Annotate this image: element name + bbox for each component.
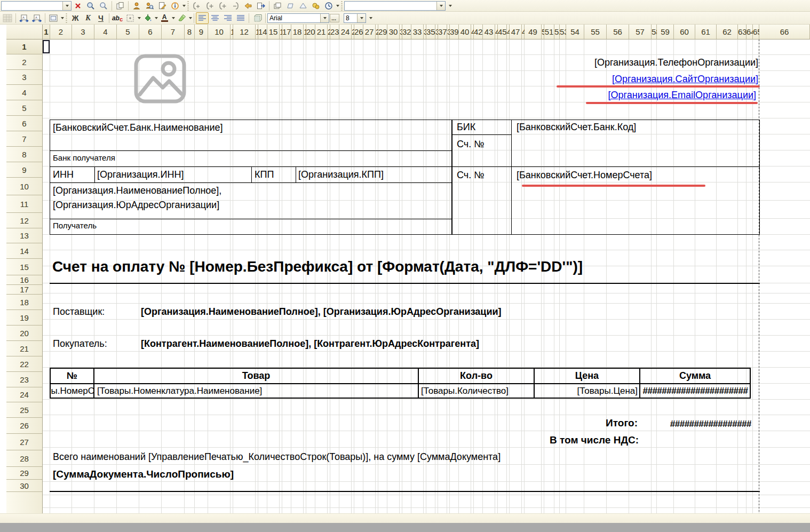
column-header-10[interactable]: 10 bbox=[208, 25, 231, 39]
column-header-47[interactable]: 47 bbox=[510, 25, 522, 39]
font-family-combobox[interactable]: Arial bbox=[267, 13, 329, 23]
send-document-button[interactable] bbox=[255, 0, 267, 12]
column-header-63[interactable]: 63 bbox=[738, 25, 747, 39]
row-header-24[interactable]: 24 bbox=[6, 387, 42, 402]
align-left-button[interactable] bbox=[196, 12, 209, 24]
horizontal-scrollbar[interactable] bbox=[0, 523, 810, 532]
column-header-14[interactable]: 14 bbox=[258, 25, 267, 39]
underline-button[interactable]: Ч bbox=[94, 12, 107, 24]
shape-button-1[interactable] bbox=[284, 0, 297, 12]
align-justify-button[interactable] bbox=[234, 12, 247, 24]
text-case-button[interactable]: ab c bbox=[111, 12, 124, 24]
font-size-dropdown[interactable] bbox=[357, 14, 366, 22]
align-center-button[interactable] bbox=[209, 12, 221, 24]
row-header-21[interactable]: 21 bbox=[6, 341, 42, 356]
forward-button[interactable] bbox=[242, 0, 255, 12]
row-header-20[interactable]: 20 bbox=[6, 325, 42, 341]
column-header-62[interactable]: 62 bbox=[717, 25, 738, 39]
column-header-9[interactable]: 9 bbox=[195, 25, 208, 39]
column-header-58[interactable]: 58 bbox=[652, 25, 657, 39]
user-button[interactable] bbox=[130, 0, 143, 12]
column-header-43[interactable]: 43 bbox=[483, 25, 495, 39]
font-color-button[interactable]: A bbox=[158, 12, 171, 24]
column-header-21[interactable]: 21 bbox=[315, 25, 328, 39]
row-header-4[interactable]: 4 bbox=[6, 85, 42, 100]
cell-reference-combobox[interactable] bbox=[1, 1, 72, 11]
layers-button[interactable] bbox=[271, 0, 284, 12]
names-button[interactable] bbox=[309, 0, 322, 12]
column-header-66[interactable]: 66 bbox=[759, 25, 810, 39]
column-header-5[interactable]: 5 bbox=[117, 25, 139, 39]
column-header-30[interactable]: 30 bbox=[387, 25, 400, 39]
cell-reference-dropdown[interactable] bbox=[62, 2, 71, 10]
column-header-33[interactable]: 33 bbox=[411, 25, 424, 39]
column-header-49[interactable]: 49 bbox=[525, 25, 542, 39]
widen-column-button[interactable]: A bbox=[30, 12, 43, 24]
italic-button[interactable]: К bbox=[82, 12, 94, 24]
font-more-button[interactable]: ... bbox=[330, 14, 339, 22]
formatting-overflow-dropdown[interactable] bbox=[369, 17, 372, 19]
column-header-3[interactable]: 3 bbox=[72, 25, 94, 39]
column-header-6[interactable]: 6 bbox=[139, 25, 162, 39]
column-header-29[interactable]: 29 bbox=[378, 25, 387, 39]
copy-button[interactable] bbox=[114, 0, 126, 12]
row-header-12[interactable]: 12 bbox=[6, 213, 42, 228]
font-family-dropdown[interactable] bbox=[320, 14, 329, 22]
column-header-52[interactable]: 52 bbox=[554, 25, 560, 39]
column-header-42[interactable]: 42 bbox=[474, 25, 483, 39]
toolbar-overflow-dropdown[interactable] bbox=[449, 5, 452, 7]
column-header-7[interactable]: 7 bbox=[162, 25, 185, 39]
column-header-35[interactable]: 35 bbox=[426, 25, 435, 39]
column-header-17[interactable]: 17 bbox=[282, 25, 291, 39]
column-header-53[interactable]: 53 bbox=[560, 25, 566, 39]
history-button[interactable] bbox=[322, 0, 335, 12]
cell-format-dropdown[interactable] bbox=[61, 17, 64, 19]
row-header-29[interactable]: 29 bbox=[6, 467, 42, 480]
row-header-5[interactable]: 5 bbox=[6, 100, 42, 116]
row-header-18[interactable]: 18 bbox=[6, 295, 42, 310]
row-header-28[interactable]: 28 bbox=[6, 450, 42, 467]
column-header-8[interactable]: 8 bbox=[185, 25, 195, 39]
column-header-23[interactable]: 23 bbox=[330, 25, 339, 39]
edit-document-button[interactable] bbox=[156, 0, 169, 12]
row-header-17[interactable]: 17 bbox=[6, 285, 42, 295]
clear-reference-button[interactable] bbox=[72, 0, 84, 12]
zoom-in-button[interactable] bbox=[84, 0, 97, 12]
row-header-2[interactable]: 2 bbox=[6, 54, 42, 70]
format-painter-button[interactable] bbox=[251, 12, 264, 24]
template-combobox-dropdown[interactable] bbox=[436, 2, 445, 10]
org-site-cell[interactable]: [Организация.СайтОрганизации] bbox=[523, 73, 758, 85]
bold-button[interactable]: Ж bbox=[69, 12, 82, 24]
column-header-37[interactable]: 37 bbox=[438, 25, 447, 39]
select-all-corner[interactable] bbox=[6, 25, 43, 39]
fill-color-button[interactable] bbox=[141, 12, 154, 24]
row-header-9[interactable]: 9 bbox=[6, 162, 42, 178]
column-header-4[interactable]: 4 bbox=[94, 25, 117, 39]
column-header-1[interactable]: 1 bbox=[43, 25, 50, 39]
zoom-out-button[interactable] bbox=[97, 0, 110, 12]
align-right-button[interactable] bbox=[221, 12, 234, 24]
find-user-button[interactable] bbox=[143, 0, 156, 12]
font-size-combobox[interactable]: 8 bbox=[344, 13, 366, 23]
borders-button[interactable] bbox=[124, 12, 137, 24]
row-header-3[interactable]: 3 bbox=[6, 70, 42, 85]
sheet-grid[interactable]: [Организация.ТелефонОрганизации] [Органи… bbox=[43, 39, 810, 513]
column-header-2[interactable]: 2 bbox=[50, 25, 72, 39]
image-placeholder[interactable] bbox=[133, 53, 187, 104]
cell-format-button[interactable] bbox=[47, 12, 60, 24]
info-button[interactable] bbox=[169, 0, 181, 12]
column-header-57[interactable]: 57 bbox=[629, 25, 652, 39]
row-header-1[interactable]: 1 bbox=[6, 39, 42, 54]
ungroup-columns-button[interactable] bbox=[229, 0, 242, 12]
row-header-15[interactable]: 15 bbox=[6, 259, 42, 275]
column-header-45[interactable]: 45 bbox=[498, 25, 507, 39]
info-dropdown[interactable] bbox=[182, 5, 186, 7]
row-header-7[interactable]: 7 bbox=[6, 131, 42, 147]
column-header-32[interactable]: 32 bbox=[402, 25, 411, 39]
column-header-64[interactable]: 64 bbox=[747, 25, 753, 39]
shape-button-2[interactable] bbox=[297, 0, 309, 12]
merge-cells-button[interactable] bbox=[1, 12, 14, 24]
column-header-15[interactable]: 15 bbox=[267, 25, 280, 39]
column-header-65[interactable]: 65 bbox=[753, 25, 759, 39]
row-header-10[interactable]: 10 bbox=[6, 178, 42, 195]
